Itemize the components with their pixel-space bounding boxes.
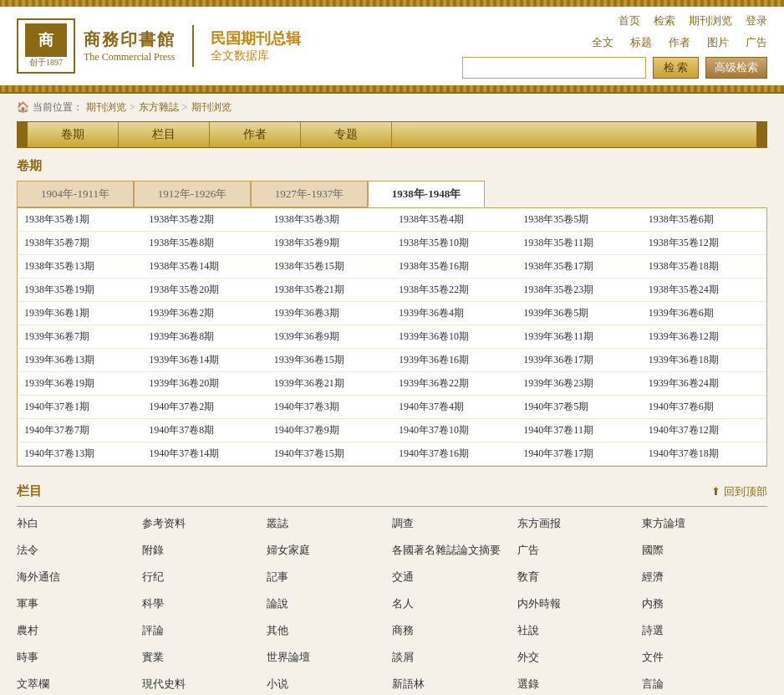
volume-item[interactable]: 1939年36卷11期 [517, 325, 641, 349]
nav-login[interactable]: 登录 [746, 13, 767, 28]
volume-item[interactable]: 1940年37卷9期 [267, 419, 392, 442]
volume-item[interactable]: 1939年36卷20期 [142, 372, 267, 396]
nav-browse[interactable]: 期刊浏览 [689, 13, 732, 28]
volume-item[interactable]: 1939年36卷24期 [642, 372, 766, 396]
column-item[interactable]: 行纪 [142, 567, 267, 587]
volume-item[interactable]: 1938年35卷20期 [142, 279, 267, 302]
search-fulltext[interactable]: 全文 [592, 35, 613, 50]
volume-item[interactable]: 1939年36卷4期 [392, 302, 517, 325]
volume-item[interactable]: 1939年36卷19期 [18, 372, 142, 396]
volume-item[interactable]: 1940年37卷22期 [392, 466, 517, 467]
tab-volume[interactable]: 卷期 [28, 122, 119, 147]
volume-item[interactable]: 1940年37卷23期 [517, 466, 641, 467]
column-item[interactable]: 經濟 [642, 567, 767, 587]
volume-item[interactable]: 1939年36卷10期 [392, 325, 517, 349]
period-tab-4[interactable]: 1938年-1948年 [368, 181, 485, 207]
column-item[interactable]: 論說 [267, 594, 392, 614]
breadcrumb-browse2[interactable]: 期刊浏览 [191, 100, 232, 115]
volume-item[interactable]: 1939年36卷9期 [267, 325, 392, 349]
volume-item[interactable]: 1939年36卷22期 [392, 372, 517, 396]
column-item[interactable]: 東方論壇 [642, 514, 767, 534]
column-item[interactable]: 記事 [267, 567, 392, 587]
volume-item[interactable]: 1938年35卷22期 [392, 279, 517, 302]
volume-item[interactable]: 1939年36卷17期 [517, 349, 641, 372]
column-item[interactable]: 軍事 [17, 594, 142, 614]
volume-item[interactable]: 1938年35卷17期 [517, 255, 641, 279]
volume-item[interactable]: 1939年36卷14期 [142, 349, 267, 372]
period-tab-3[interactable]: 1927年-1937年 [251, 181, 368, 207]
volume-item[interactable]: 1939年36卷15期 [267, 349, 392, 372]
volume-item[interactable]: 1940年37卷8期 [142, 419, 267, 442]
volume-item[interactable]: 1940年37卷2期 [142, 396, 267, 419]
column-item[interactable]: 言論 [642, 674, 767, 694]
column-item[interactable]: 附錄 [142, 540, 267, 560]
column-item[interactable]: 世界論壇 [267, 647, 392, 667]
column-item[interactable]: 内外時報 [517, 594, 643, 614]
volume-item[interactable]: 1940年37卷11期 [517, 419, 641, 442]
volume-item[interactable]: 1940年37卷19期 [18, 466, 142, 467]
column-item[interactable]: 其他 [267, 621, 392, 641]
volume-item[interactable]: 1938年35卷12期 [642, 232, 766, 255]
volume-item[interactable]: 1938年35卷4期 [392, 208, 517, 232]
volume-item[interactable]: 1940年37卷13期 [18, 442, 142, 466]
volume-item[interactable]: 1938年35卷23期 [517, 279, 641, 302]
column-item[interactable]: 外交 [517, 647, 643, 667]
volume-item[interactable]: 1939年36卷8期 [142, 325, 267, 349]
volume-item[interactable]: 1938年35卷6期 [642, 208, 766, 232]
column-item[interactable]: 敎育 [517, 567, 643, 587]
search-image[interactable]: 图片 [707, 35, 729, 50]
volume-item[interactable]: 1938年35卷24期 [642, 279, 766, 302]
column-item[interactable]: 内務 [642, 594, 767, 614]
volume-item[interactable]: 1939年36卷13期 [18, 349, 142, 372]
advanced-search-button[interactable]: 高级检索 [705, 57, 767, 79]
back-to-top-button[interactable]: ⬆ 回到顶部 [711, 484, 767, 499]
volume-item[interactable]: 1940年37卷18期 [642, 442, 766, 466]
volume-item[interactable]: 1940年37卷16期 [392, 442, 517, 466]
volume-item[interactable]: 1940年37卷12期 [642, 419, 766, 442]
column-item[interactable]: 選錄 [517, 674, 643, 694]
column-item[interactable]: 詩選 [642, 621, 767, 641]
volume-item[interactable]: 1938年35卷9期 [267, 232, 392, 255]
volume-item[interactable]: 1939年36卷7期 [18, 325, 142, 349]
breadcrumb-browse[interactable]: 期刊浏览 [86, 100, 126, 115]
column-item[interactable]: 科學 [142, 594, 267, 614]
volume-item[interactable]: 1940年37卷17期 [517, 442, 641, 466]
volume-item[interactable]: 1938年35卷1期 [18, 208, 142, 232]
column-item[interactable]: 時事 [17, 647, 142, 667]
column-item[interactable]: 文件 [642, 647, 767, 667]
volume-item[interactable]: 1938年35卷11期 [517, 232, 641, 255]
search-title[interactable]: 标题 [630, 35, 652, 50]
volume-item[interactable]: 1938年35卷18期 [642, 255, 766, 279]
column-item[interactable]: 婦女家庭 [267, 540, 392, 560]
volume-item[interactable]: 1939年36卷21期 [267, 372, 392, 396]
column-item[interactable]: 調查 [392, 514, 517, 534]
volume-item[interactable]: 1938年35卷14期 [142, 255, 267, 279]
volume-item[interactable]: 1938年35卷5期 [517, 208, 641, 232]
volume-item[interactable]: 1938年35卷16期 [392, 255, 517, 279]
column-item[interactable]: 國際 [642, 540, 767, 560]
volume-item[interactable]: 1938年35卷8期 [142, 232, 267, 255]
column-item[interactable]: 参考资料 [142, 514, 267, 534]
volume-item[interactable]: 1938年35卷13期 [18, 255, 142, 279]
breadcrumb-magazine[interactable]: 东方雜誌 [139, 100, 179, 115]
column-item[interactable]: 小说 [267, 674, 392, 694]
search-author[interactable]: 作者 [669, 35, 690, 50]
column-item[interactable]: 農村 [17, 621, 142, 641]
column-item[interactable]: 現代史料 [142, 674, 267, 694]
volume-item[interactable]: 1940年37卷1期 [18, 396, 142, 419]
tab-column[interactable]: 栏目 [119, 122, 210, 147]
column-item[interactable]: 海外通信 [17, 567, 142, 587]
column-item[interactable]: 評論 [142, 621, 267, 641]
volume-item[interactable]: 1939年36卷18期 [642, 349, 766, 372]
volume-item[interactable]: 1939年36卷5期 [517, 302, 641, 325]
volume-item[interactable]: 1940年37卷24期 [642, 466, 766, 467]
column-item[interactable]: 叢誌 [267, 514, 392, 534]
volume-item[interactable]: 1938年35卷7期 [18, 232, 142, 255]
nav-search[interactable]: 检索 [654, 13, 675, 28]
volume-item[interactable]: 1940年37卷14期 [142, 442, 267, 466]
tab-author[interactable]: 作者 [210, 122, 301, 147]
volume-item[interactable]: 1940年37卷7期 [18, 419, 142, 442]
volume-item[interactable]: 1939年36卷12期 [642, 325, 766, 349]
volume-item[interactable]: 1938年35卷15期 [267, 255, 392, 279]
volume-item[interactable]: 1939年36卷2期 [142, 302, 267, 325]
